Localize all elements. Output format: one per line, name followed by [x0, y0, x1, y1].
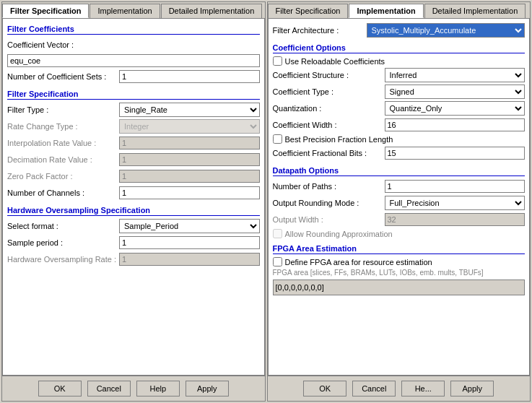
coeff-width-input[interactable] [385, 118, 526, 131]
num-channels-input[interactable] [119, 186, 260, 199]
fpga-area-hint: FPGA area [slices, FFs, BRAMs, LUTs, IOB… [273, 269, 526, 277]
filter-type-row: Filter Type : Single_Rate [7, 103, 260, 117]
filter-spec-title: Filter Specification [7, 90, 260, 100]
best-precision-checkbox[interactable] [273, 134, 282, 144]
right-tab-detailed[interactable]: Detailed Implementation [424, 4, 526, 18]
coeff-vector-label: Coefficient Vector : [7, 40, 119, 49]
allow-rounding-label: Allow Rounding Approximation [285, 230, 393, 238]
rate-change-row: Rate Change Type : Integer [7, 119, 260, 134]
coeff-frac-bits-input[interactable] [385, 147, 526, 160]
output-rounding-select[interactable]: Full_Precision [385, 196, 526, 210]
num-paths-input[interactable] [385, 180, 526, 193]
coeff-frac-bits-row: Coefficient Fractional Bits : [273, 146, 526, 160]
output-rounding-select-wrapper: Full_Precision [385, 196, 526, 210]
right-ok-button[interactable]: OK [303, 381, 346, 396]
coeff-width-label: Coefficient Width : [273, 121, 385, 129]
output-width-label: Output Width : [273, 215, 385, 224]
coeff-structure-label: Coefficient Structure : [273, 71, 385, 79]
left-panel-content: Filter Coefficients Coefficient Vector :… [2, 18, 265, 376]
hw-oversampling-rate-row: Hardware Oversampling Rate : [7, 252, 260, 266]
right-cancel-button[interactable]: Cancel [352, 381, 396, 396]
filter-arch-select[interactable]: Systolic_Multiply_Accumulate [367, 23, 526, 38]
filter-arch-label: Filter Architecture : [273, 26, 367, 35]
coeff-structure-select-wrapper: Inferred [385, 68, 526, 82]
right-tabs: Filter Specification Implementation Deta… [268, 2, 531, 18]
left-panel: Filter Specification Implementation Deta… [1, 1, 266, 402]
quantization-select-wrapper: Quantize_Only [385, 101, 526, 116]
left-tab-detailed[interactable]: Detailed Implementation [161, 4, 263, 18]
filter-type-label: Filter Type : [7, 105, 119, 114]
sample-period-label: Sample period : [7, 238, 119, 247]
filter-type-select-wrapper: Single_Rate [119, 103, 260, 117]
right-tab-implementation[interactable]: Implementation [349, 4, 423, 18]
coeff-options-title: Coefficient Options [273, 43, 526, 53]
coeff-frac-bits-label: Coefficient Fractional Bits : [273, 149, 385, 157]
sample-period-input[interactable] [119, 236, 260, 249]
sample-period-row: Sample period : [7, 235, 260, 250]
left-tabs: Filter Specification Implementation Deta… [2, 2, 265, 18]
coeff-structure-select[interactable]: Inferred [385, 68, 526, 82]
num-coeff-sets-row: Number of Coefficient Sets : [7, 69, 260, 84]
select-format-select-wrapper: Sample_Period [119, 219, 260, 233]
decim-label: Decimation Rate Value : [7, 155, 119, 164]
define-fpga-checkbox[interactable] [273, 257, 282, 266]
left-tab-filter-spec[interactable]: Filter Specification [2, 4, 89, 18]
coeff-type-label: Coefficient Type : [273, 87, 385, 96]
num-paths-row: Number of Paths : [273, 179, 526, 194]
coeff-structure-row: Coefficient Structure : Inferred [273, 68, 526, 82]
right-tab-filter-spec[interactable]: Filter Specification [268, 4, 349, 18]
decim-input [119, 153, 260, 166]
coeff-type-select[interactable]: Signed [385, 84, 526, 99]
filter-arch-row: Filter Architecture : Systolic_Multiply_… [273, 23, 526, 38]
right-panel-content: Filter Architecture : Systolic_Multiply_… [268, 18, 531, 376]
use-reloadable-checkbox[interactable] [273, 56, 282, 66]
left-ok-button[interactable]: OK [38, 381, 82, 396]
left-tab-implementation[interactable]: Implementation [90, 4, 160, 18]
coeff-type-select-wrapper: Signed [385, 84, 526, 99]
define-fpga-row: Define FPGA area for resource estimation [273, 257, 526, 266]
left-help-button[interactable]: Help [136, 381, 180, 396]
coeff-vector-input[interactable] [7, 54, 260, 67]
use-reloadable-label: Use Reloadable Coefficients [285, 57, 385, 66]
output-width-row: Output Width : [273, 212, 526, 227]
right-button-row: OK Cancel He... Apply [268, 376, 531, 401]
output-rounding-label: Output Rounding Mode : [273, 199, 385, 207]
quantization-label: Quantization : [273, 104, 385, 113]
right-help-button[interactable]: He... [401, 381, 445, 396]
interp-label: Interpolation Rate Value : [7, 139, 119, 147]
num-coeff-sets-input[interactable] [119, 70, 260, 83]
right-apply-button[interactable]: Apply [450, 381, 494, 396]
hw-oversampling-title: Hardware Oversampling Specification [7, 206, 260, 216]
num-coeff-sets-label: Number of Coefficient Sets : [7, 72, 119, 81]
rate-change-label: Rate Change Type : [7, 122, 119, 131]
output-width-input [385, 213, 526, 226]
best-precision-row: Best Precision Fraction Length [273, 134, 526, 144]
left-button-row: OK Cancel Help Apply [2, 376, 265, 401]
filter-type-select[interactable]: Single_Rate [119, 103, 260, 117]
filter-coefficients-title: Filter Coefficients [7, 25, 260, 35]
coeff-width-row: Coefficient Width : [273, 118, 526, 132]
left-apply-button[interactable]: Apply [186, 381, 229, 396]
select-format-row: Select format : Sample_Period [7, 219, 260, 233]
datapath-options-title: Datapath Options [273, 166, 526, 176]
num-channels-label: Number of Channels : [7, 188, 119, 197]
hw-oversampling-rate-label: Hardware Oversampling Rate : [7, 255, 119, 264]
quantization-select[interactable]: Quantize_Only [385, 101, 526, 116]
rate-change-select[interactable]: Integer [119, 119, 260, 134]
select-format-select[interactable]: Sample_Period [119, 219, 260, 233]
fpga-estimation-title: FPGA Area Estimation [273, 244, 526, 254]
interp-input [119, 136, 260, 150]
zero-pack-row: Zero Pack Factor : [7, 169, 260, 183]
num-channels-row: Number of Channels : [7, 186, 260, 200]
filter-arch-select-wrapper: Systolic_Multiply_Accumulate [367, 23, 526, 38]
zero-pack-input [119, 170, 260, 183]
allow-rounding-row: Allow Rounding Approximation [273, 229, 526, 238]
hw-oversampling-rate-input [119, 253, 260, 266]
allow-rounding-checkbox[interactable] [273, 229, 282, 238]
define-fpga-label: Define FPGA area for resource estimation [285, 258, 432, 266]
left-cancel-button[interactable]: Cancel [87, 381, 131, 396]
rate-change-select-wrapper: Integer [119, 119, 260, 134]
interp-row: Interpolation Rate Value : [7, 136, 260, 150]
fpga-area-input[interactable] [273, 280, 526, 295]
right-panel: Filter Specification Implementation Deta… [267, 1, 531, 402]
